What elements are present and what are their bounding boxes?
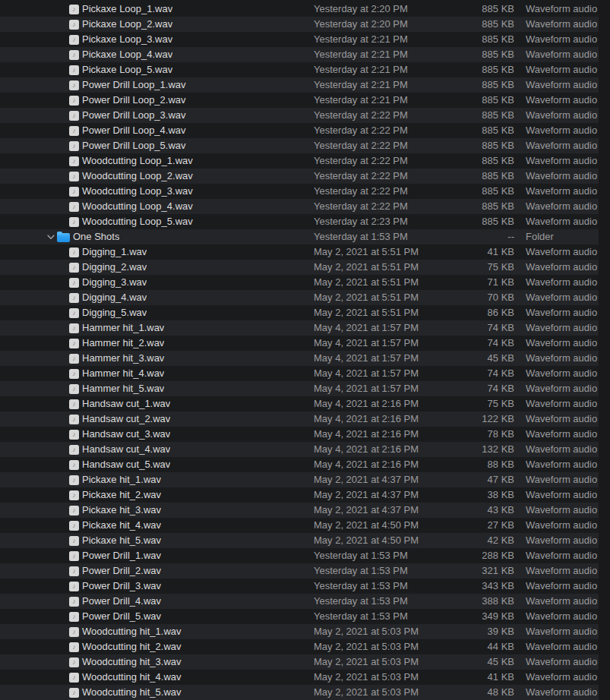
name-cell[interactable]: ♪ Woodcutting hit_5.wav — [0, 685, 314, 700]
name-cell[interactable]: ♪ Woodcutting hit_1.wav — [0, 624, 314, 639]
name-cell[interactable]: ♪ Digging_5.wav — [0, 305, 314, 320]
name-cell[interactable]: ♪ Handsaw cut_4.wav — [0, 442, 314, 457]
file-row[interactable]: ♪ Handsaw cut_4.wav May 4, 2021 at 2:16 … — [0, 442, 599, 457]
file-row[interactable]: ♪ Woodcutting Loop_5.wav Yesterday at 2:… — [0, 214, 599, 229]
file-row[interactable]: ♪ Handsaw cut_5.wav May 4, 2021 at 2:16 … — [0, 457, 599, 472]
file-row[interactable]: ♪ Pickaxe hit_1.wav May 2, 2021 at 4:37 … — [0, 472, 599, 487]
name-cell[interactable]: ♪ Hammer hit_1.wav — [0, 320, 314, 336]
name-cell[interactable]: ♪ Hammer hit_5.wav — [0, 381, 314, 396]
file-row[interactable]: ♪ Digging_2.wav May 2, 2021 at 5:51 PM 7… — [0, 260, 599, 275]
file-row[interactable]: ♪ Pickaxe Loop_5.wav Yesterday at 2:21 P… — [0, 62, 599, 77]
file-row[interactable]: ♪ Power Drill Loop_5.wav Yesterday at 2:… — [0, 138, 599, 153]
name-cell[interactable]: ♪ Woodcutting hit_2.wav — [0, 639, 314, 654]
file-row[interactable]: ♪ Digging_4.wav May 2, 2021 at 5:51 PM 7… — [0, 290, 599, 305]
name-cell[interactable]: ♪ Hammer hit_3.wav — [0, 351, 314, 366]
name-cell[interactable]: ♪ Pickaxe hit_4.wav — [0, 518, 314, 533]
name-cell[interactable]: ♪ Power Drill Loop_5.wav — [0, 138, 314, 153]
name-cell[interactable]: ♪ Digging_2.wav — [0, 260, 314, 275]
file-kind-cell: Waveform audio — [514, 442, 599, 457]
file-row[interactable]: ♪ Power Drill Loop_4.wav Yesterday at 2:… — [0, 123, 599, 138]
name-cell[interactable]: ♪ Woodcutting Loop_2.wav — [0, 169, 314, 184]
file-row[interactable]: ♪ Hammer hit_1.wav May 4, 2021 at 1:57 P… — [0, 320, 599, 336]
file-row[interactable]: ♪ Handsaw cut_1.wav May 4, 2021 at 2:16 … — [0, 396, 599, 411]
file-row[interactable]: ♪ Power Drill Loop_3.wav Yesterday at 2:… — [0, 108, 599, 123]
date-modified-cell: May 2, 2021 at 4:50 PM — [314, 518, 429, 533]
file-row[interactable]: ♪ Digging_3.wav May 2, 2021 at 5:51 PM 7… — [0, 275, 599, 290]
name-cell[interactable]: ♪ Power Drill_1.wav — [0, 548, 314, 563]
name-cell[interactable]: ♪ Handsaw cut_5.wav — [0, 457, 314, 472]
name-cell[interactable]: ♪ Woodcutting Loop_1.wav — [0, 153, 314, 169]
name-cell[interactable]: ♪ Power Drill_3.wav — [0, 579, 314, 594]
file-row[interactable]: ♪ Power Drill_2.wav Yesterday at 1:53 PM… — [0, 563, 599, 579]
name-cell[interactable]: ♪ Handsaw cut_2.wav — [0, 411, 314, 427]
file-row[interactable]: ♪ Power Drill_5.wav Yesterday at 1:53 PM… — [0, 609, 599, 624]
name-cell[interactable]: ♪ Pickaxe Loop_4.wav — [0, 47, 314, 62]
file-row[interactable]: ♪ Digging_1.wav May 2, 2021 at 5:51 PM 4… — [0, 244, 599, 260]
name-cell[interactable]: ♪ Pickaxe hit_1.wav — [0, 472, 314, 487]
file-row[interactable]: ♪ Pickaxe Loop_4.wav Yesterday at 2:21 P… — [0, 47, 599, 62]
name-cell[interactable]: ♪ Pickaxe Loop_1.wav — [0, 2, 314, 17]
file-row[interactable]: ♪ Pickaxe Loop_1.wav Yesterday at 2:20 P… — [0, 2, 599, 17]
name-cell[interactable]: ♪ Pickaxe Loop_5.wav — [0, 62, 314, 77]
name-cell[interactable]: ♪ Pickaxe hit_5.wav — [0, 533, 314, 548]
file-row[interactable]: ♪ Power Drill_3.wav Yesterday at 1:53 PM… — [0, 579, 599, 594]
file-row[interactable]: ♪ Hammer hit_4.wav May 4, 2021 at 1:57 P… — [0, 366, 599, 381]
name-cell[interactable]: ♪ Hammer hit_2.wav — [0, 336, 314, 351]
file-row[interactable]: ♪ Woodcutting Loop_2.wav Yesterday at 2:… — [0, 169, 599, 184]
file-row[interactable]: ♪ Pickaxe hit_3.wav May 2, 2021 at 4:37 … — [0, 503, 599, 518]
file-row[interactable]: ♪ Power Drill_1.wav Yesterday at 1:53 PM… — [0, 548, 599, 563]
file-row[interactable]: ♪ Woodcutting Loop_1.wav Yesterday at 2:… — [0, 153, 599, 169]
name-cell[interactable]: ♪ Woodcutting Loop_4.wav — [0, 199, 314, 214]
name-cell[interactable]: ♪ Digging_4.wav — [0, 290, 314, 305]
file-row[interactable]: ♪ Handsaw cut_2.wav May 4, 2021 at 2:16 … — [0, 411, 599, 427]
name-cell[interactable]: ♪ Woodcutting hit_4.wav — [0, 670, 314, 685]
file-row[interactable]: ♪ Pickaxe Loop_3.wav Yesterday at 2:21 P… — [0, 32, 599, 47]
name-cell[interactable]: ♪ Power Drill Loop_1.wav — [0, 77, 314, 93]
date-modified-cell: May 2, 2021 at 5:03 PM — [314, 685, 429, 700]
file-row[interactable]: ♪ Power Drill Loop_2.wav Yesterday at 2:… — [0, 93, 599, 108]
file-row[interactable]: ♪ Woodcutting hit_2.wav May 2, 2021 at 5… — [0, 639, 599, 654]
name-cell[interactable]: ♪ Woodcutting Loop_3.wav — [0, 184, 314, 199]
name-cell[interactable]: ♪ Pickaxe Loop_2.wav — [0, 17, 314, 32]
file-row[interactable]: ♪ Woodcutting Loop_4.wav Yesterday at 2:… — [0, 199, 599, 214]
file-row[interactable]: ♪ Pickaxe hit_2.wav May 2, 2021 at 4:37 … — [0, 487, 599, 503]
file-row[interactable]: ♪ Woodcutting hit_3.wav May 2, 2021 at 5… — [0, 654, 599, 670]
music-note-glyph: ♪ — [72, 219, 76, 225]
chevron-down-icon[interactable] — [46, 233, 55, 241]
name-cell[interactable]: ♪ Power Drill Loop_3.wav — [0, 108, 314, 123]
name-cell[interactable]: ♪ Woodcutting Loop_5.wav — [0, 214, 314, 229]
name-cell[interactable]: ♪ Handsaw cut_1.wav — [0, 396, 314, 411]
file-row[interactable]: ♪ Woodcutting Loop_3.wav Yesterday at 2:… — [0, 184, 599, 199]
date-modified-cell: Yesterday at 2:22 PM — [314, 169, 429, 184]
name-cell[interactable]: ♪ Handsaw cut_3.wav — [0, 427, 314, 442]
name-cell[interactable]: ♪ Power Drill_5.wav — [0, 609, 314, 624]
name-cell[interactable]: ♪ Pickaxe hit_3.wav — [0, 503, 314, 518]
file-row[interactable]: ♪ Pickaxe hit_5.wav May 2, 2021 at 4:50 … — [0, 533, 599, 548]
name-cell[interactable]: ♪ Hammer hit_4.wav — [0, 366, 314, 381]
file-row[interactable]: ♪ Power Drill Loop_1.wav Yesterday at 2:… — [0, 77, 599, 93]
name-cell[interactable]: ♪ Pickaxe Loop_3.wav — [0, 32, 314, 47]
name-cell[interactable]: ♪ Digging_1.wav — [0, 244, 314, 260]
file-row[interactable]: ♪ Hammer hit_2.wav May 4, 2021 at 1:57 P… — [0, 336, 599, 351]
name-cell[interactable]: ♪ Power Drill_4.wav — [0, 594, 314, 609]
folder-row[interactable]: One Shots Yesterday at 1:53 PM -- Folder — [0, 229, 599, 244]
name-cell[interactable]: ♪ Digging_3.wav — [0, 275, 314, 290]
file-row[interactable]: ♪ Woodcutting hit_4.wav May 2, 2021 at 5… — [0, 670, 599, 685]
file-row[interactable]: ♪ Digging_5.wav May 2, 2021 at 5:51 PM 8… — [0, 305, 599, 320]
file-row[interactable]: ♪ Hammer hit_5.wav May 4, 2021 at 1:57 P… — [0, 381, 599, 396]
file-row[interactable]: ♪ Woodcutting hit_1.wav May 2, 2021 at 5… — [0, 624, 599, 639]
file-row[interactable]: ♪ Power Drill_4.wav Yesterday at 1:53 PM… — [0, 594, 599, 609]
file-row[interactable]: ♪ Hammer hit_3.wav May 4, 2021 at 1:57 P… — [0, 351, 599, 366]
name-cell[interactable]: ♪ Power Drill Loop_2.wav — [0, 93, 314, 108]
scrollbar-track[interactable] — [599, 0, 610, 700]
name-cell[interactable]: ♪ Pickaxe hit_2.wav — [0, 487, 314, 503]
name-cell[interactable]: ♪ Power Drill Loop_4.wav — [0, 123, 314, 138]
name-cell[interactable]: One Shots — [0, 229, 314, 244]
file-row[interactable]: ♪ Handsaw cut_3.wav May 4, 2021 at 2:16 … — [0, 427, 599, 442]
file-row[interactable]: ♪ Pickaxe hit_4.wav May 2, 2021 at 4:50 … — [0, 518, 599, 533]
file-row[interactable]: ♪ Woodcutting hit_5.wav May 2, 2021 at 5… — [0, 685, 599, 700]
name-cell[interactable]: ♪ Power Drill_2.wav — [0, 563, 314, 579]
file-name: Woodcutting hit_2.wav — [82, 639, 182, 654]
file-row[interactable]: ♪ Pickaxe Loop_2.wav Yesterday at 2:20 P… — [0, 17, 599, 32]
name-cell[interactable]: ♪ Woodcutting hit_3.wav — [0, 654, 314, 670]
